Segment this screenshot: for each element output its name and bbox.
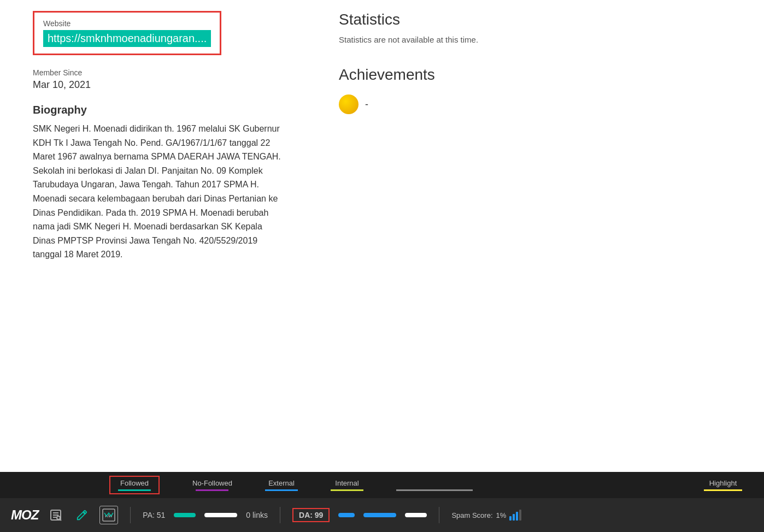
website-url[interactable]: https://smknhmoenadiungaran.... <box>43 30 211 47</box>
right-column: Statistics Statistics are not available … <box>317 11 731 404</box>
spam-value: 1% <box>496 511 507 519</box>
legend-item-followed[interactable]: Followed <box>109 476 160 494</box>
legend-line-highlight <box>704 489 742 491</box>
divider-3 <box>439 507 439 523</box>
biography-label: Biography <box>33 104 284 116</box>
main-content: Website https://smknhmoenadiungaran.... … <box>0 0 764 426</box>
website-label: Website <box>43 19 211 28</box>
bar-1 <box>509 516 512 521</box>
achievement-dash: - <box>365 99 368 110</box>
bar-4 <box>519 510 521 521</box>
legend-item-internal[interactable]: Internal <box>331 479 363 491</box>
statistics-title: Statistics <box>339 11 731 28</box>
statistics-unavailable: Statistics are not available at this tim… <box>339 35 731 44</box>
achievement-item: - <box>339 94 731 114</box>
achievements-title: Achievements <box>339 66 731 84</box>
spam-section: Spam Score: 1% <box>451 510 521 521</box>
da-bar-3 <box>405 513 427 517</box>
divider-1 <box>130 507 131 523</box>
legend-item-nofollowed[interactable]: No-Followed <box>192 479 232 491</box>
report-icon[interactable] <box>47 506 64 524</box>
pa-bar-teal <box>174 513 196 517</box>
bottom-area: Followed No-Followed External Internal <box>0 472 764 532</box>
pa-label: PA: 51 <box>143 511 165 519</box>
legend-line-internal <box>331 489 363 491</box>
svg-point-4 <box>57 516 60 519</box>
toolbar-row: MOZ KW <box>0 498 764 532</box>
legend-line-gray <box>396 489 473 491</box>
da-bar-2 <box>363 513 396 517</box>
legend-line-nofollowed <box>196 489 228 491</box>
legend-items-group: Followed No-Followed External Internal <box>109 476 473 494</box>
legend-row: Followed No-Followed External Internal <box>0 472 764 498</box>
edit-icon[interactable] <box>73 506 91 524</box>
legend-line-followed <box>118 489 151 491</box>
da-bar-1 <box>338 513 355 517</box>
spam-bars-icon <box>509 510 521 521</box>
member-since-value: Mar 10, 2021 <box>33 79 284 91</box>
divider-2 <box>280 507 280 523</box>
pa-bar-white <box>204 513 237 517</box>
website-box: Website https://smknhmoenadiungaran.... <box>33 11 221 55</box>
legend-label-followed: Followed <box>120 479 149 487</box>
bar-2 <box>513 514 515 521</box>
spam-label: Spam Score: <box>451 511 492 519</box>
legend-label-external: External <box>268 479 295 487</box>
legend-label-internal: Internal <box>335 479 359 487</box>
legend-item-external[interactable]: External <box>265 479 298 491</box>
member-since-label: Member Since <box>33 68 284 77</box>
legend-item-gray <box>396 479 473 491</box>
legend-line-external <box>265 489 298 491</box>
legend-item-highlight[interactable]: Highlight <box>704 479 742 491</box>
moz-logo: MOZ <box>11 507 38 523</box>
legend-label-highlight: Highlight <box>709 479 737 487</box>
da-badge: DA: 99 <box>292 508 330 522</box>
left-column: Website https://smknhmoenadiungaran.... … <box>33 11 317 404</box>
bar-3 <box>516 512 518 521</box>
legend-label-gray <box>433 479 436 487</box>
achievement-medal-icon <box>339 94 359 114</box>
kw-icon[interactable]: KW <box>99 506 118 524</box>
legend-label-nofollowed: No-Followed <box>192 479 232 487</box>
biography-text: SMK Negeri H. Moenadi didirikan th. 1967… <box>33 122 284 262</box>
links-label: 0 links <box>246 511 268 519</box>
